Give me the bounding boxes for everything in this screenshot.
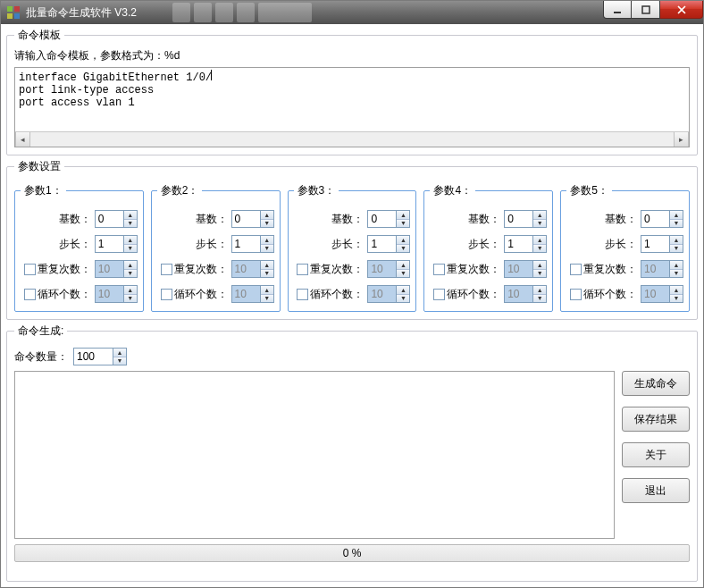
- step-spinner[interactable]: 1▲▼: [504, 235, 547, 253]
- base-spinner[interactable]: 0▲▼: [95, 210, 138, 228]
- spinner-up-icon[interactable]: ▲: [261, 261, 273, 269]
- base-spinner-value[interactable]: 0: [231, 210, 260, 228]
- spinner-up-icon[interactable]: ▲: [533, 211, 546, 219]
- step-spinner-value[interactable]: 1: [641, 235, 669, 253]
- base-spinner-value[interactable]: 0: [504, 210, 532, 228]
- spinner-up-icon[interactable]: ▲: [124, 286, 137, 294]
- command-count-value[interactable]: 100: [73, 348, 113, 365]
- repeat-spinner[interactable]: 10▲▼: [95, 260, 138, 278]
- spinner-down-icon[interactable]: ▼: [397, 219, 409, 228]
- spinner-down-icon[interactable]: ▼: [397, 269, 409, 278]
- loop-checkbox[interactable]: [570, 289, 582, 300]
- repeat-spinner-value[interactable]: 10: [95, 260, 123, 278]
- spinner-up-icon[interactable]: ▲: [397, 286, 409, 294]
- step-spinner[interactable]: 1▲▼: [95, 235, 138, 253]
- loop-checkbox[interactable]: [297, 289, 308, 300]
- spinner-up-icon[interactable]: ▲: [533, 261, 546, 269]
- base-spinner[interactable]: 0▲▼: [367, 210, 410, 228]
- repeat-spinner-value[interactable]: 10: [504, 260, 532, 278]
- spinner-down-icon[interactable]: ▼: [261, 269, 273, 278]
- step-spinner[interactable]: 1▲▼: [641, 235, 683, 253]
- base-spinner-value[interactable]: 0: [367, 210, 396, 228]
- spinner-down-icon[interactable]: ▼: [670, 244, 683, 253]
- spinner-down-icon[interactable]: ▼: [397, 294, 409, 303]
- step-spinner[interactable]: 1▲▼: [231, 235, 274, 253]
- spinner-down-icon[interactable]: ▼: [533, 269, 546, 278]
- about-button[interactable]: 关于: [622, 442, 690, 467]
- base-spinner[interactable]: 0▲▼: [231, 210, 274, 228]
- loop-spinner-value[interactable]: 10: [504, 285, 532, 303]
- step-spinner-value[interactable]: 1: [504, 235, 532, 253]
- spinner-up-icon[interactable]: ▲: [397, 261, 409, 269]
- spinner-down-icon[interactable]: ▼: [261, 219, 273, 228]
- spinner-down-icon[interactable]: ▼: [533, 294, 546, 303]
- step-spinner-value[interactable]: 1: [231, 235, 260, 253]
- close-button[interactable]: [660, 1, 703, 19]
- spinner-up-icon[interactable]: ▲: [124, 236, 137, 244]
- loop-spinner-value[interactable]: 10: [231, 285, 260, 303]
- repeat-checkbox[interactable]: [297, 264, 308, 275]
- spinner-up-icon[interactable]: ▲: [261, 286, 273, 294]
- repeat-spinner-value[interactable]: 10: [231, 260, 260, 278]
- repeat-spinner[interactable]: 10▲▼: [504, 260, 547, 278]
- minimize-button[interactable]: [603, 1, 632, 19]
- spinner-down-icon[interactable]: ▼: [533, 244, 546, 253]
- loop-spinner-value[interactable]: 10: [95, 285, 123, 303]
- base-spinner-value[interactable]: 0: [641, 210, 669, 228]
- scroll-track[interactable]: [30, 132, 674, 147]
- step-spinner-value[interactable]: 1: [95, 235, 123, 253]
- spinner-up-icon[interactable]: ▲: [670, 236, 683, 244]
- repeat-spinner-value[interactable]: 10: [367, 260, 396, 278]
- spinner-up-icon[interactable]: ▲: [261, 236, 273, 244]
- loop-spinner[interactable]: 10▲▼: [95, 285, 138, 303]
- exit-button[interactable]: 退出: [622, 478, 690, 503]
- spinner-up-icon[interactable]: ▲: [670, 286, 683, 294]
- repeat-spinner[interactable]: 10▲▼: [641, 260, 683, 278]
- spinner-down-icon[interactable]: ▼: [261, 244, 273, 253]
- spinner-down-icon[interactable]: ▼: [113, 357, 126, 365]
- template-h-scrollbar[interactable]: ◂ ▸: [15, 131, 689, 147]
- loop-spinner[interactable]: 10▲▼: [504, 285, 547, 303]
- repeat-checkbox[interactable]: [161, 264, 172, 275]
- template-textarea[interactable]: interface GigabitEthernet 1/0/ port link…: [14, 67, 690, 147]
- spinner-up-icon[interactable]: ▲: [124, 261, 137, 269]
- loop-spinner[interactable]: 10▲▼: [367, 285, 410, 303]
- scroll-right-icon[interactable]: ▸: [674, 132, 689, 147]
- spinner-up-icon[interactable]: ▲: [397, 236, 409, 244]
- loop-checkbox[interactable]: [433, 289, 445, 300]
- spinner-down-icon[interactable]: ▼: [124, 294, 137, 303]
- repeat-checkbox[interactable]: [24, 264, 36, 275]
- generate-button[interactable]: 生成命令: [622, 371, 690, 396]
- spinner-up-icon[interactable]: ▲: [397, 211, 409, 219]
- spinner-down-icon[interactable]: ▼: [261, 294, 273, 303]
- step-spinner-value[interactable]: 1: [367, 235, 396, 253]
- spinner-down-icon[interactable]: ▼: [670, 269, 683, 278]
- loop-spinner-value[interactable]: 10: [367, 285, 396, 303]
- step-spinner[interactable]: 1▲▼: [367, 235, 410, 253]
- spinner-up-icon[interactable]: ▲: [113, 349, 126, 357]
- repeat-spinner-value[interactable]: 10: [641, 260, 669, 278]
- maximize-button[interactable]: [632, 1, 660, 19]
- spinner-up-icon[interactable]: ▲: [124, 211, 137, 219]
- spinner-down-icon[interactable]: ▼: [124, 269, 137, 278]
- loop-spinner[interactable]: 10▲▼: [641, 285, 683, 303]
- loop-checkbox[interactable]: [161, 289, 172, 300]
- spinner-up-icon[interactable]: ▲: [533, 236, 546, 244]
- save-button[interactable]: 保存结果: [622, 407, 690, 432]
- repeat-checkbox[interactable]: [570, 264, 582, 275]
- loop-checkbox[interactable]: [24, 289, 36, 300]
- scroll-left-icon[interactable]: ◂: [15, 132, 30, 147]
- spinner-up-icon[interactable]: ▲: [533, 286, 546, 294]
- base-spinner-value[interactable]: 0: [95, 210, 123, 228]
- spinner-up-icon[interactable]: ▲: [670, 211, 683, 219]
- loop-spinner-value[interactable]: 10: [641, 285, 669, 303]
- spinner-down-icon[interactable]: ▼: [397, 244, 409, 253]
- base-spinner[interactable]: 0▲▼: [504, 210, 547, 228]
- repeat-spinner[interactable]: 10▲▼: [231, 260, 274, 278]
- spinner-up-icon[interactable]: ▲: [261, 211, 273, 219]
- spinner-down-icon[interactable]: ▼: [670, 219, 683, 228]
- spinner-up-icon[interactable]: ▲: [670, 261, 683, 269]
- command-count-spinner[interactable]: 100 ▲ ▼: [73, 348, 127, 365]
- spinner-down-icon[interactable]: ▼: [124, 219, 137, 228]
- loop-spinner[interactable]: 10▲▼: [231, 285, 274, 303]
